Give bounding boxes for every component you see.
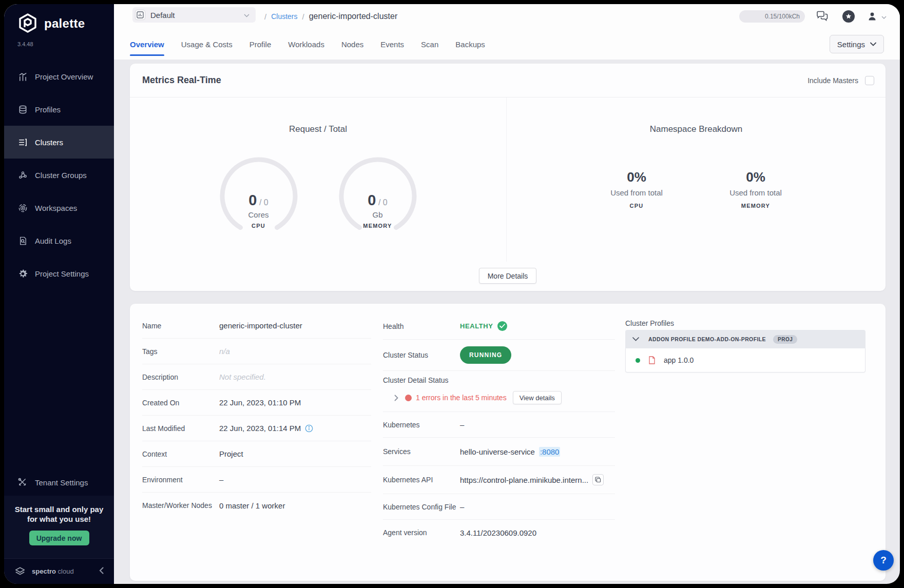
sidebar-item-profiles[interactable]: Profiles — [4, 93, 114, 126]
accordion-chevron-icon — [632, 337, 639, 341]
sidebar-item-clusters[interactable]: Clusters — [4, 126, 114, 159]
service-port-link[interactable]: :8080 — [539, 447, 561, 457]
breadcrumb-clusters-link[interactable]: Clusters — [271, 12, 297, 21]
profile-pack-name: app 1.0.0 — [664, 356, 694, 364]
detail-row-nodes: Master/Worker Nodes 0 master / 1 worker — [142, 493, 371, 518]
sidebar-item-workspaces[interactable]: Workspaces — [4, 191, 114, 224]
cpu-gauge-label: CPU — [218, 223, 300, 229]
sidebar-item-tenant-settings[interactable]: Tenant Settings — [4, 469, 114, 496]
cluster-profiles-panel: Cluster Profiles ADDON PROFILE DEMO-ADD-… — [625, 319, 865, 373]
breadcrumb: / Clusters / generic-imported-cluster — [264, 12, 397, 21]
memory-gauge-label: MEMORY — [337, 223, 419, 229]
cluster-groups-icon — [17, 170, 28, 180]
tenant-settings-icon — [17, 477, 28, 487]
upgrade-promo: Start small and only pay for what you us… — [4, 496, 114, 558]
breadcrumb-separator: / — [264, 12, 266, 21]
tab-events[interactable]: Events — [380, 29, 404, 60]
more-details-button[interactable]: More Details — [479, 268, 537, 284]
project-selector[interactable]: Default — [132, 7, 256, 23]
sidebar-item-cluster-groups[interactable]: Cluster Groups — [4, 159, 114, 191]
chat-icon[interactable] — [816, 11, 829, 22]
view-details-button[interactable]: View details — [513, 391, 562, 404]
tab-backups[interactable]: Backups — [455, 29, 485, 60]
workspaces-icon — [17, 203, 28, 213]
promo-line2: for what you use! — [9, 514, 109, 524]
help-button[interactable]: ? — [873, 550, 894, 571]
sidebar-footer: spectro cloud — [4, 558, 114, 584]
sidebar-item-label: Clusters — [35, 138, 63, 147]
project-selector-value: Default — [150, 11, 175, 19]
cluster-profiles-title: Cluster Profiles — [625, 319, 865, 327]
details-middle-column: Health HEALTHY Cluster Status RUNNING — [383, 313, 615, 545]
project-selector-chevron-icon — [244, 10, 249, 19]
clusters-icon — [17, 137, 28, 147]
detail-row-agent-version: Agent version 3.4.11/20230609.0920 — [383, 520, 615, 545]
usage-quota-pill: 0.15/100kCh — [739, 10, 805, 23]
detail-row-last-modified: Last Modified 22 Jun, 2023, 01:14 PM — [142, 416, 371, 441]
settings-button-label: Settings — [837, 40, 865, 49]
error-message: 1 errors in the last 5 minutes — [416, 394, 507, 402]
profile-item-row[interactable]: app 1.0.0 — [625, 348, 865, 373]
include-masters-checkbox[interactable] — [865, 76, 874, 85]
profile-status-dot — [636, 358, 640, 363]
breadcrumb-separator: / — [302, 12, 304, 21]
healthy-check-icon — [497, 321, 507, 331]
detail-row-tags: Tags n/a — [142, 339, 371, 364]
tab-scan[interactable]: Scan — [421, 29, 438, 60]
promo-line1: Start small and only pay — [9, 504, 109, 514]
sidebar-collapse-chevron[interactable] — [99, 567, 104, 576]
detail-row-health: Health HEALTHY — [383, 313, 615, 340]
project-overview-icon — [17, 71, 28, 82]
copy-icon[interactable] — [592, 474, 604, 485]
sidebar-item-label: Audit Logs — [35, 237, 71, 245]
error-dot-icon — [405, 395, 412, 401]
audit-logs-icon — [17, 236, 28, 246]
topbar-actions: 0.15/100kCh — [739, 10, 887, 23]
detail-row-created-on: Created On 22 Jun, 2023, 01:10 PM — [142, 390, 371, 416]
settings-button[interactable]: Settings — [830, 35, 884, 53]
proj-badge: PROJ — [773, 335, 797, 344]
sidebar-item-project-settings[interactable]: Project Settings — [4, 257, 114, 290]
sidebar-item-label: Workspaces — [35, 204, 77, 212]
sidebar-item-label: Cluster Groups — [35, 171, 87, 180]
tab-overview[interactable]: Overview — [130, 29, 164, 60]
detail-row-config-file: Kubernetes Config File – — [383, 494, 615, 520]
detail-row-cluster-detail-status: Cluster Detail Status 1 errors in the la… — [383, 371, 615, 412]
topbar: Default / Clusters / generic-imported-cl… — [114, 4, 900, 29]
info-icon[interactable] — [305, 424, 313, 433]
sidebar-item-audit-logs[interactable]: Audit Logs — [4, 224, 114, 257]
metrics-card: Metrics Real-Time Include Masters Reques… — [130, 64, 886, 291]
profile-accordion-label: ADDON PROFILE DEMO-ADD-ON-PROFILE — [648, 336, 766, 342]
expand-errors-chevron-icon[interactable] — [394, 395, 398, 401]
details-left-column: Name generic-imported-cluster Tags n/a D… — [142, 313, 371, 518]
project-settings-icon — [17, 268, 28, 279]
page-content: Metrics Real-Time Include Masters Reques… — [114, 60, 900, 584]
user-menu[interactable] — [867, 11, 887, 22]
app-name: palette — [44, 16, 85, 31]
user-icon — [867, 11, 877, 22]
tab-workloads[interactable]: Workloads — [288, 29, 324, 60]
tab-usage-costs[interactable]: Usage & Costs — [181, 29, 233, 60]
notifications-star-icon[interactable] — [842, 10, 855, 23]
detail-row-name: Name generic-imported-cluster — [142, 313, 371, 339]
upgrade-now-button[interactable]: Upgrade now — [29, 531, 89, 545]
app-window: palette 3.4.48 Project Overview Profiles — [4, 4, 900, 584]
detail-row-kubernetes: Kubernetes – — [383, 412, 615, 438]
help-button-label: ? — [880, 555, 887, 566]
detail-row-services: Services hello-universe-service:8080 — [383, 438, 615, 466]
sidebar-item-project-overview[interactable]: Project Overview — [4, 60, 114, 93]
detail-row-cluster-status: Cluster Status RUNNING — [383, 340, 615, 371]
cpu-gauge: 0 / 0 Cores CPU — [218, 155, 300, 237]
profile-accordion-header[interactable]: ADDON PROFILE DEMO-ADD-ON-PROFILE PROJ — [625, 330, 865, 348]
main-area: Default / Clusters / generic-imported-cl… — [114, 4, 900, 584]
sidebar-item-label: Project Overview — [35, 72, 93, 81]
spectro-cloud-brand: spectro cloud — [32, 567, 74, 575]
detail-row-environment: Environment – — [142, 467, 371, 493]
sidebar-item-label: Project Settings — [35, 269, 89, 278]
tab-nodes[interactable]: Nodes — [341, 29, 363, 60]
user-menu-chevron-icon — [881, 12, 887, 21]
sidebar-item-label: Tenant Settings — [35, 478, 88, 487]
detail-row-description: Description Not specified. — [142, 364, 371, 390]
request-total-section: Request / Total 0 / 0 Cores CPU — [130, 97, 507, 262]
tab-profile[interactable]: Profile — [249, 29, 272, 60]
